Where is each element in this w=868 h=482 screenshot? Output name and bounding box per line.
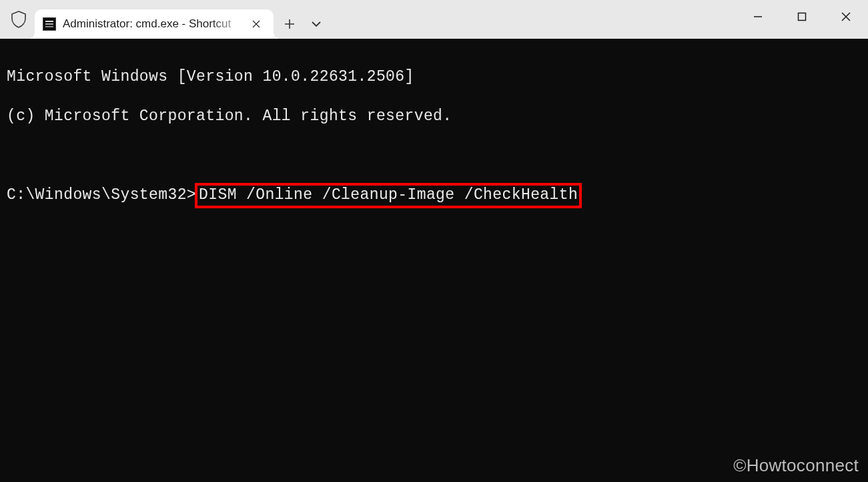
- tab-cmd[interactable]: Administrator: cmd.exe - Shortcut: [35, 9, 274, 39]
- terminal-prompt-line: C:\Windows\System32>DISM /Online /Cleanu…: [7, 186, 861, 205]
- new-tab-button[interactable]: [276, 11, 303, 37]
- terminal-icon: [43, 17, 56, 31]
- terminal-command: DISM /Online /Cleanup-Image /CheckHealth: [199, 186, 578, 204]
- terminal-blank-line: [7, 146, 861, 166]
- svg-rect-0: [799, 13, 806, 21]
- tab-title: Administrator: cmd.exe - Shortcut: [63, 17, 247, 31]
- close-tab-button[interactable]: [247, 15, 266, 33]
- close-window-button[interactable]: [824, 0, 868, 33]
- maximize-button[interactable]: [780, 0, 824, 33]
- watermark-text: ©Howtoconnect: [733, 455, 859, 477]
- tab-dropdown-button[interactable]: [303, 11, 330, 37]
- shield-icon: [5, 3, 32, 36]
- terminal-area[interactable]: Microsoft Windows [Version 10.0.22631.25…: [0, 39, 868, 482]
- window-controls: [736, 0, 868, 33]
- highlighted-command: DISM /Online /Cleanup-Image /CheckHealth: [195, 183, 582, 208]
- terminal-prompt: C:\Windows\System32>: [7, 186, 196, 204]
- minimize-button[interactable]: [736, 0, 780, 33]
- window-titlebar: Administrator: cmd.exe - Shortcut: [0, 0, 868, 39]
- terminal-output-line: (c) Microsoft Corporation. All rights re…: [7, 107, 861, 126]
- terminal-output-line: Microsoft Windows [Version 10.0.22631.25…: [7, 67, 861, 87]
